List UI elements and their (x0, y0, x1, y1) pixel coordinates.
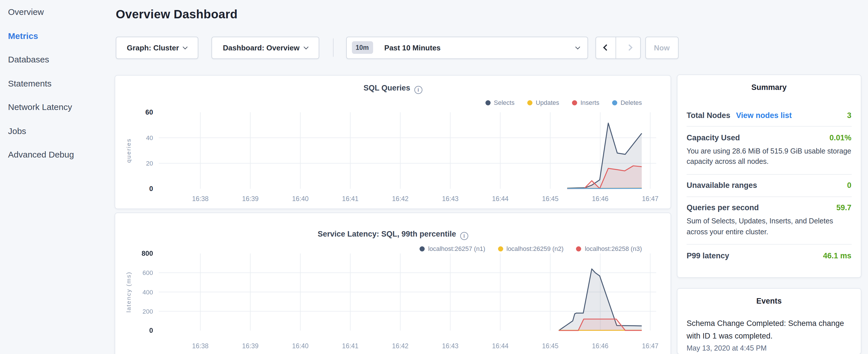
summary-row-description: You are using 28.6 MiB of 515.9 GiB usab… (687, 146, 851, 167)
event-timestamp: May 13, 2020 at 4:45 PM (687, 344, 851, 352)
chevron-left-icon (603, 44, 610, 51)
chart-card-service-latency: Service Latency: SQL, 99th percentilei l… (115, 213, 671, 354)
graph-scope-dropdown[interactable]: Graph: Cluster (116, 37, 198, 59)
summary-row-unavailable-ranges: Unavailable ranges0 (687, 174, 851, 197)
svg-text:16:46: 16:46 (592, 342, 609, 350)
svg-text:0: 0 (149, 326, 153, 334)
summary-row-label: Total Nodes (687, 111, 731, 120)
info-icon[interactable]: i (460, 232, 468, 240)
svg-text:16:39: 16:39 (242, 195, 259, 202)
summary-row-total-nodes: Total NodesView nodes list3 (687, 104, 851, 127)
time-step-buttons (595, 37, 641, 59)
sidebar-item-advanced-debug[interactable]: Advanced Debug (0, 142, 112, 166)
summary-row-description: Sum of Selects, Updates, Inserts, and De… (687, 216, 851, 237)
svg-text:16:38: 16:38 (192, 342, 209, 350)
chart-title-row: SQL Queriesi (115, 84, 671, 94)
svg-text:16:41: 16:41 (342, 342, 359, 350)
svg-text:16:39: 16:39 (242, 342, 259, 350)
legend-item: Updates (527, 99, 559, 106)
svg-text:16:47: 16:47 (642, 342, 658, 350)
summary-row-value: 0.01% (829, 133, 851, 142)
view-nodes-list-link[interactable]: View nodes list (736, 111, 792, 120)
svg-text:16:41: 16:41 (342, 195, 359, 202)
svg-text:16:43: 16:43 (442, 195, 459, 202)
legend-label: Updates (535, 99, 559, 106)
dashboard-dropdown-label: Dashboard: Overview (223, 43, 300, 52)
summary-row-capacity-used: Capacity Used0.01%You are using 28.6 MiB… (687, 127, 851, 174)
chevron-down-icon (576, 44, 580, 49)
svg-text:16:40: 16:40 (292, 342, 309, 350)
svg-text:600: 600 (143, 269, 153, 277)
legend-dot-icon (485, 100, 490, 105)
db-console-app: OverviewMetricsDatabasesStatementsNetwor… (0, 0, 868, 354)
chevron-down-icon (183, 44, 188, 49)
summary-row-label: Queries per second (687, 203, 759, 212)
svg-text:latency (ms): latency (ms) (125, 271, 132, 313)
chart-card-sql-queries: SQL Queriesi SelectsUpdatesInsertsDelete… (115, 75, 671, 209)
time-range-dropdown[interactable]: 10m Past 10 Minutes (346, 37, 588, 59)
sidebar-item-jobs[interactable]: Jobs (0, 119, 112, 142)
info-icon[interactable]: i (414, 86, 423, 94)
legend-dot-icon (612, 100, 617, 105)
summary-row-queries-per-second: Queries per second59.7Sum of Selects, Up… (687, 197, 851, 245)
svg-text:16:42: 16:42 (392, 342, 409, 350)
chart-legend: SelectsUpdatesInsertsDeletes (485, 99, 642, 106)
sidebar-item-statements[interactable]: Statements (0, 71, 112, 95)
svg-text:16:44: 16:44 (492, 342, 509, 350)
legend-item: Inserts (572, 99, 599, 106)
time-step-back-button[interactable] (596, 37, 616, 58)
chevron-right-icon (626, 44, 633, 51)
legend-dot-icon (572, 100, 577, 105)
sql-queries-chart-plot[interactable]: 16:3816:3916:4016:4116:4216:4316:4416:45… (115, 108, 671, 210)
summary-row-p99-latency: P99 latency46.1 ms (687, 245, 851, 266)
chart-title: SQL Queries (363, 84, 410, 92)
service-latency-chart-plot[interactable]: 16:3816:3916:4016:4116:4216:4316:4416:45… (115, 250, 671, 354)
svg-text:16:44: 16:44 (492, 195, 509, 202)
events-panel: Events Schema Change Completed: Schema c… (677, 288, 861, 354)
graph-scope-label: Graph: Cluster (127, 43, 179, 52)
legend-dot-icon (527, 100, 532, 105)
svg-text:200: 200 (143, 308, 153, 315)
summary-title: Summary (687, 83, 851, 92)
legend-item: Selects (485, 99, 515, 106)
legend-label: Deletes (620, 99, 642, 106)
dashboard-controls: Graph: Cluster Dashboard: Overview 10m P… (0, 37, 868, 59)
sidebar-item-overview[interactable]: Overview (0, 0, 112, 24)
svg-text:16:40: 16:40 (292, 195, 309, 202)
events-list: Schema Change Completed: Schema change w… (687, 317, 851, 352)
sidebar-item-network-latency[interactable]: Network Latency (0, 95, 112, 119)
controls-divider (333, 38, 333, 57)
time-step-forward-button[interactable] (620, 37, 640, 58)
svg-text:queries: queries (125, 138, 132, 163)
svg-text:16:46: 16:46 (592, 195, 609, 202)
now-button[interactable]: Now (645, 37, 678, 59)
svg-text:16:47: 16:47 (642, 195, 658, 202)
summary-panel: Summary Total NodesView nodes list3Capac… (677, 74, 861, 278)
summary-row-value: 46.1 ms (823, 251, 851, 260)
summary-row-value: 3 (847, 111, 851, 120)
svg-text:16:38: 16:38 (192, 195, 209, 202)
chart-title: Service Latency: SQL, 99th percentile (317, 230, 456, 238)
legend-label: Selects (494, 99, 515, 106)
event-message: Schema Change Completed: Schema change w… (687, 317, 851, 343)
summary-row-value: 59.7 (836, 203, 851, 212)
svg-text:400: 400 (143, 289, 153, 296)
svg-text:16:45: 16:45 (542, 342, 559, 350)
svg-text:60: 60 (145, 108, 153, 116)
svg-text:40: 40 (146, 134, 153, 141)
svg-text:16:43: 16:43 (442, 342, 459, 350)
svg-text:20: 20 (146, 160, 153, 167)
chevron-down-icon (304, 44, 308, 49)
time-range-badge: 10m (351, 41, 373, 54)
summary-rows: Total NodesView nodes list3Capacity Used… (687, 104, 851, 266)
svg-text:0: 0 (149, 185, 153, 192)
dashboard-dropdown[interactable]: Dashboard: Overview (212, 37, 319, 59)
chart-title-row: Service Latency: SQL, 99th percentilei (115, 230, 671, 240)
summary-row-value: 0 (847, 181, 851, 190)
legend-label: Inserts (580, 99, 599, 106)
summary-row-label: Capacity Used (687, 133, 740, 142)
summary-row-label: Unavailable ranges (687, 181, 757, 190)
svg-text:16:45: 16:45 (542, 195, 559, 202)
summary-row-label: P99 latency (687, 251, 729, 260)
time-range-label: Past 10 Minutes (384, 43, 441, 52)
